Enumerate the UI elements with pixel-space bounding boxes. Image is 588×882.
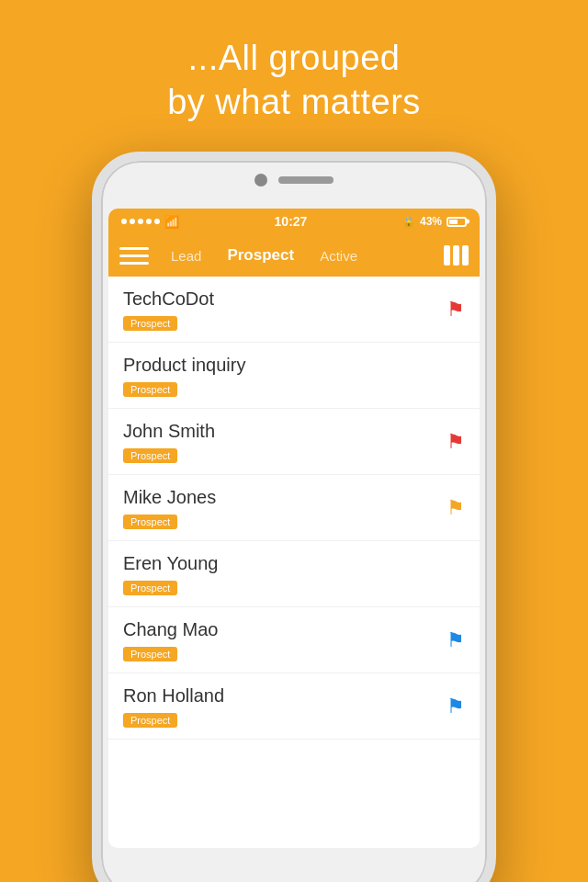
battery-icon bbox=[447, 217, 467, 227]
hamburger-line-2 bbox=[119, 254, 149, 257]
battery-percentage: 43% bbox=[420, 215, 442, 228]
col-bar-1 bbox=[444, 245, 450, 266]
hamburger-line-1 bbox=[119, 247, 149, 250]
list-item-badge: Prospect bbox=[123, 382, 177, 397]
front-camera bbox=[254, 174, 267, 187]
tab-active[interactable]: Active bbox=[307, 248, 370, 264]
list-item-name: Product inquiry bbox=[123, 355, 465, 376]
wifi-icon: 📶 bbox=[164, 215, 179, 229]
list-item-badge: Prospect bbox=[123, 316, 177, 331]
header-line1: ...All grouped bbox=[167, 37, 421, 81]
status-right: 🔒 43% bbox=[402, 215, 467, 228]
list-item-content: Product inquiry Prospect bbox=[123, 355, 465, 397]
list-item-badge: Prospect bbox=[123, 713, 177, 728]
list-item-name: John Smith bbox=[123, 421, 437, 442]
phone-frame: 📶 10:27 🔒 43% Lead Prospect Active bbox=[92, 152, 496, 882]
signal-dot-5 bbox=[154, 219, 160, 224]
list-item-content: Chang Mao Prospect bbox=[123, 619, 437, 662]
list-item-name: TechCoDot bbox=[123, 288, 437, 310]
phone-top-details bbox=[254, 174, 334, 187]
list-item[interactable]: Eren Young Prospect bbox=[108, 541, 480, 607]
signal-dot-3 bbox=[138, 219, 143, 224]
hamburger-line-3 bbox=[119, 262, 149, 265]
list-item[interactable]: Mike Jones Prospect ⚑ bbox=[108, 475, 480, 541]
col-bar-2 bbox=[453, 245, 459, 266]
list-item[interactable]: Ron Holland Prospect ⚑ bbox=[108, 673, 480, 740]
list-item-badge: Prospect bbox=[123, 514, 177, 529]
list-item-name: Chang Mao bbox=[123, 619, 437, 640]
nav-tabs: Lead Prospect Active bbox=[158, 246, 444, 265]
signal-indicator bbox=[121, 219, 160, 224]
col-bar-3 bbox=[462, 245, 469, 266]
list-item[interactable]: John Smith Prospect ⚑ bbox=[108, 409, 480, 475]
status-time: 10:27 bbox=[275, 214, 308, 229]
header-line2: by what matters bbox=[167, 81, 421, 125]
flag-red-icon: ⚑ bbox=[447, 298, 465, 322]
list-item[interactable]: Chang Mao Prospect ⚑ bbox=[108, 607, 480, 673]
battery-fill bbox=[449, 220, 458, 224]
phone-screen: 📶 10:27 🔒 43% Lead Prospect Active bbox=[108, 209, 480, 848]
signal-dot-2 bbox=[130, 219, 135, 224]
list-item-name: Ron Holland bbox=[123, 685, 437, 707]
lock-icon: 🔒 bbox=[402, 216, 415, 228]
flag-blue-icon: ⚑ bbox=[447, 628, 465, 652]
list-item-content: Ron Holland Prospect bbox=[123, 685, 437, 728]
list-item-name: Mike Jones bbox=[123, 487, 437, 508]
contacts-list: TechCoDot Prospect ⚑ Product inquiry Pro… bbox=[108, 277, 480, 740]
list-item-content: John Smith Prospect bbox=[123, 421, 437, 463]
flag-blue-icon: ⚑ bbox=[447, 695, 465, 718]
list-item-badge: Prospect bbox=[123, 448, 177, 463]
header-text: ...All grouped by what matters bbox=[167, 37, 421, 124]
columns-view-icon[interactable] bbox=[444, 245, 469, 266]
status-left: 📶 bbox=[121, 215, 179, 229]
list-item-name: Eren Young bbox=[123, 553, 465, 574]
list-item-content: TechCoDot Prospect bbox=[123, 288, 437, 331]
status-bar: 📶 10:27 🔒 43% bbox=[108, 209, 480, 234]
power-button bbox=[494, 280, 496, 335]
volume-down-button bbox=[92, 303, 94, 340]
list-item-badge: Prospect bbox=[123, 647, 177, 662]
list-item-content: Mike Jones Prospect bbox=[123, 487, 437, 529]
speaker-grille bbox=[278, 176, 334, 184]
list-item-content: Eren Young Prospect bbox=[123, 553, 465, 595]
nav-bar[interactable]: Lead Prospect Active bbox=[108, 234, 480, 277]
tab-prospect[interactable]: Prospect bbox=[214, 246, 307, 265]
list-item[interactable]: Product inquiry Prospect bbox=[108, 343, 480, 409]
hamburger-menu[interactable] bbox=[119, 247, 149, 265]
tab-lead[interactable]: Lead bbox=[158, 248, 214, 264]
volume-up-button bbox=[92, 253, 94, 289]
signal-dot-4 bbox=[146, 219, 152, 224]
list-item-badge: Prospect bbox=[123, 581, 177, 595]
flag-orange-icon: ⚑ bbox=[447, 496, 465, 520]
signal-dot-1 bbox=[121, 219, 127, 224]
flag-red-icon: ⚑ bbox=[447, 430, 465, 454]
list-item[interactable]: TechCoDot Prospect ⚑ bbox=[108, 277, 480, 343]
